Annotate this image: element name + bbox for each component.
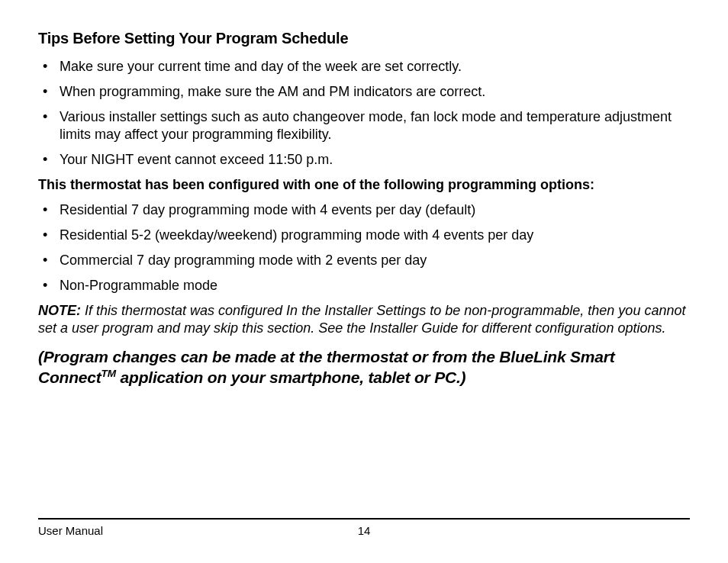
note-label: NOTE: (38, 303, 81, 318)
options-list: Residential 7 day programming mode with … (38, 201, 690, 294)
list-item: When programming, make sure the AM and P… (38, 83, 690, 101)
page-content: Tips Before Setting Your Program Schedul… (38, 29, 690, 388)
list-item: Residential 7 day programming mode with … (38, 201, 690, 219)
subheading: This thermostat has been configured with… (38, 176, 690, 194)
note-text: If this thermostat was configured In the… (38, 303, 685, 336)
callout-paragraph: (Program changes can be made at the ther… (38, 346, 690, 388)
trademark-symbol: TM (101, 368, 116, 379)
footer-row: User Manual 14 (38, 524, 690, 537)
list-item: Non-Programmable mode (38, 277, 690, 294)
callout-text: application on your smartphone, tablet o… (116, 368, 465, 386)
list-item: Residential 5-2 (weekday/weekend) progra… (38, 227, 690, 244)
list-item: Your NIGHT event cannot exceed 11:50 p.m… (38, 151, 690, 169)
tips-list: Make sure your current time and day of t… (38, 58, 690, 169)
list-item: Various installer settings such as auto … (38, 108, 690, 143)
footer-title: User Manual (38, 524, 256, 537)
page-number: 14 (256, 524, 473, 537)
note-paragraph: NOTE: If this thermostat was configured … (38, 302, 690, 337)
manual-page: Tips Before Setting Your Program Schedul… (0, 0, 728, 563)
footer-rule (38, 518, 690, 520)
list-item: Commercial 7 day programming mode with 2… (38, 252, 690, 269)
list-item: Make sure your current time and day of t… (38, 58, 690, 76)
section-heading: Tips Before Setting Your Program Schedul… (38, 29, 690, 49)
footer-spacer (472, 524, 690, 537)
page-footer: User Manual 14 (38, 518, 690, 537)
